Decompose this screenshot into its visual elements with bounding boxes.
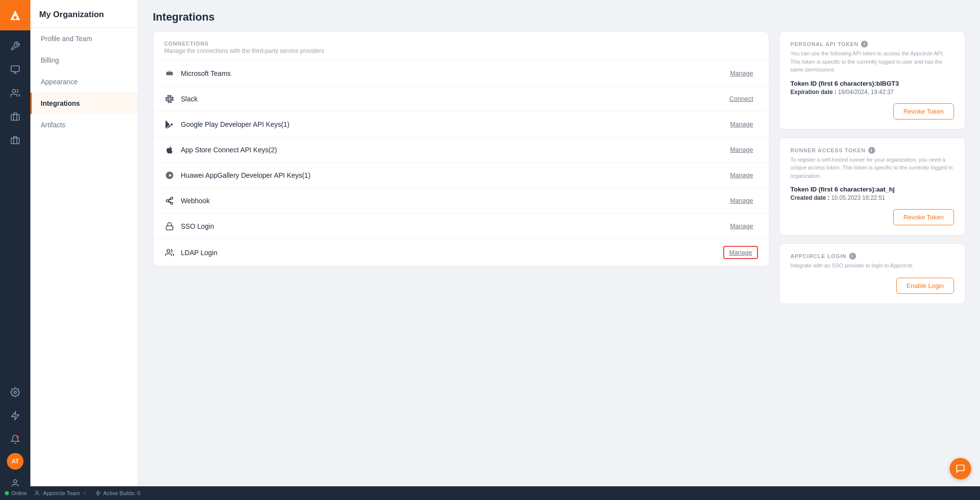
connections-card: CONNECTIONS Manage the connections with …: [153, 31, 769, 266]
app-logo: [7, 7, 23, 23]
runner-access-token-title: RUNNER ACCESS TOKEN i: [790, 147, 954, 154]
app-store-manage[interactable]: Manage: [725, 144, 758, 155]
ldap-name: LDAP Login: [181, 249, 723, 257]
chat-fab-button[interactable]: [950, 458, 971, 479]
ms-teams-manage[interactable]: Manage: [725, 68, 758, 79]
ms-teams-name: Microsoft Teams: [181, 70, 725, 77]
connection-row-ms-teams: Microsoft Teams Manage: [153, 61, 769, 86]
slack-name: Slack: [181, 95, 725, 103]
connections-header: CONNECTIONS Manage the connections with …: [153, 32, 769, 61]
team-icon: [35, 490, 41, 496]
svg-point-5: [12, 90, 16, 93]
nav-settings-icon[interactable]: [5, 382, 25, 403]
builds-status: Active Builds: 0: [95, 490, 140, 496]
runner-access-token-info-icon[interactable]: i: [868, 147, 875, 154]
status-bar: Online Appcircle Team Active Builds: 0: [0, 486, 980, 500]
huawei-manage[interactable]: Manage: [725, 169, 758, 181]
nav-briefcase-icon[interactable]: [5, 130, 25, 150]
nav-notification-icon[interactable]: [5, 429, 25, 450]
nav-build-icon[interactable]: [5, 36, 25, 56]
nav-monitor-icon[interactable]: [5, 59, 25, 80]
svg-point-1: [14, 16, 17, 19]
online-label: Online: [11, 490, 27, 496]
ms-teams-icon: [164, 68, 175, 79]
webhook-icon: [164, 195, 175, 206]
personal-api-token-info-icon[interactable]: i: [861, 41, 868, 48]
sidebar-item-appearance[interactable]: Appearance: [30, 71, 138, 93]
svg-point-10: [17, 436, 19, 438]
runner-access-token-description: To register a self-hosted runner for you…: [790, 156, 954, 180]
builds-label: Active Builds: 0: [103, 490, 140, 496]
main-content: Integrations CONNECTIONS Manage the conn…: [138, 0, 980, 500]
huawei-name: Huawei AppGallery Developer API Keys(1): [181, 171, 725, 179]
svg-point-11: [14, 480, 17, 483]
svg-rect-7: [11, 138, 20, 144]
sso-manage[interactable]: Manage: [725, 220, 758, 232]
google-play-manage[interactable]: Manage: [725, 119, 758, 130]
connection-row-huawei: Huawei AppGallery Developer API Keys(1) …: [153, 163, 769, 188]
connection-row-google-play: Google Play Developer API Keys(1) Manage: [153, 112, 769, 137]
runner-access-token-revoke-button[interactable]: Revoke Token: [893, 209, 954, 225]
ldap-icon: [164, 247, 175, 258]
icon-sidebar: AT: [0, 0, 30, 500]
text-sidebar: My Organization Profile and Team Billing…: [30, 0, 138, 500]
runner-access-token-id: Token ID (first 6 characters):aat_hj: [790, 186, 954, 193]
connections-title: CONNECTIONS: [164, 41, 758, 47]
app-store-name: App Store Connect API Keys(2): [181, 146, 725, 154]
connection-row-slack: Slack Connect: [153, 86, 769, 112]
runner-access-token-card: RUNNER ACCESS TOKEN i To register a self…: [779, 138, 965, 236]
right-panel: PERSONAL API TOKEN i You can use the fol…: [779, 31, 965, 304]
sidebar-item-artifacts[interactable]: Artifacts: [30, 114, 138, 136]
logo-area[interactable]: [0, 0, 30, 30]
user-avatar[interactable]: AT: [7, 453, 24, 470]
svg-marker-15: [96, 491, 100, 496]
appcircle-login-enable-button[interactable]: Enable Login: [896, 278, 954, 294]
connection-row-webhook: Webhook Manage: [153, 188, 769, 214]
appcircle-login-info-icon[interactable]: i: [849, 253, 856, 260]
nav-org-icon[interactable]: [5, 106, 25, 127]
ldap-manage[interactable]: Manage: [723, 246, 758, 259]
svg-point-13: [167, 249, 170, 252]
svg-marker-9: [12, 412, 19, 420]
personal-api-token-expiry: Expiration date : 18/04/2024, 19:42:37: [790, 89, 954, 95]
sidebar-item-profile[interactable]: Profile and Team: [30, 28, 138, 49]
google-play-icon: [164, 119, 175, 130]
team-label: Appcircle Team: [43, 490, 80, 496]
sidebar-item-integrations[interactable]: Integrations: [30, 93, 138, 114]
google-play-name: Google Play Developer API Keys(1): [181, 120, 725, 128]
webhook-name: Webhook: [181, 197, 725, 205]
sidebar-item-billing[interactable]: Billing: [30, 49, 138, 71]
bottom-nav: AT: [5, 381, 25, 500]
personal-api-token-id: Token ID (first 6 characters):bIBGT3: [790, 80, 954, 87]
svg-point-14: [36, 491, 38, 493]
svg-rect-2: [11, 66, 20, 72]
team-chevron-icon: [82, 491, 87, 496]
personal-api-token-card: PERSONAL API TOKEN i You can use the fol…: [779, 31, 965, 130]
online-status: Online: [5, 490, 27, 496]
svg-point-8: [14, 391, 17, 394]
nav-users-icon[interactable]: [5, 83, 25, 103]
personal-api-token-revoke-button[interactable]: Revoke Token: [893, 103, 954, 119]
team-status: Appcircle Team: [35, 490, 87, 496]
appcircle-login-card: APPCIRCLE LOGIN i Integrate with an SSO …: [779, 243, 965, 304]
personal-api-token-title: PERSONAL API TOKEN i: [790, 41, 954, 48]
connection-row-app-store: App Store Connect API Keys(2) Manage: [153, 137, 769, 163]
nav-lightning-icon[interactable]: [5, 405, 25, 426]
slack-icon: [164, 94, 175, 104]
webhook-manage[interactable]: Manage: [725, 195, 758, 206]
builds-icon: [95, 490, 101, 496]
runner-access-token-created: Created date : 10.05.2023 16:22:51: [790, 194, 954, 201]
connections-description: Manage the connections with the third-pa…: [164, 48, 758, 54]
connection-row-ldap: LDAP Login Manage: [153, 239, 769, 266]
org-title: My Organization: [30, 0, 138, 28]
appcircle-login-title: APPCIRCLE LOGIN i: [790, 253, 954, 260]
page-title: Integrations: [138, 0, 980, 31]
sso-name: SSO Login: [181, 222, 725, 230]
svg-rect-6: [11, 115, 20, 120]
slack-connect[interactable]: Connect: [725, 93, 758, 104]
svg-rect-12: [166, 226, 173, 230]
appcircle-login-description: Integrate with an SSO provider to login …: [790, 262, 954, 270]
online-dot: [5, 491, 9, 495]
app-store-icon: [164, 144, 175, 155]
sso-icon: [164, 221, 175, 232]
